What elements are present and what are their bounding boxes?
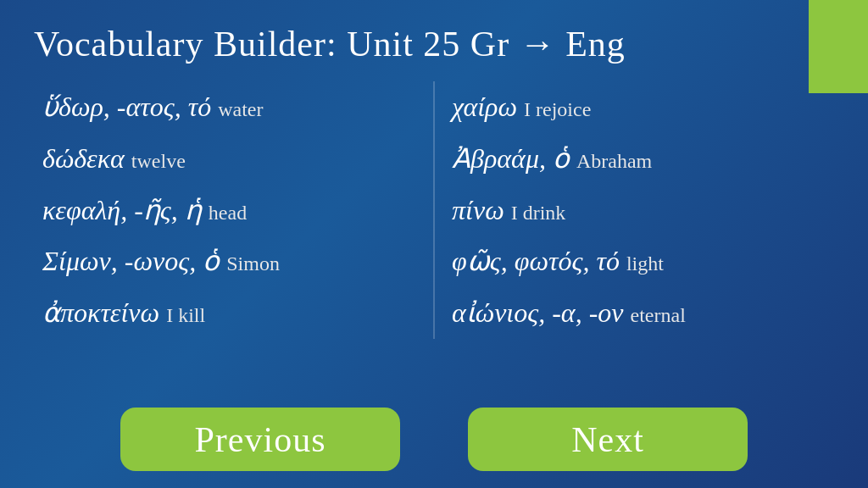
english-translation: I rejoice [524, 98, 591, 120]
english-translation: head [209, 202, 247, 224]
greek-text: χαίρω [452, 92, 517, 122]
list-item: πίνωI drink [452, 185, 826, 236]
list-item: ὕδωρ, -ατος, τόwater [42, 81, 416, 133]
left-column: ὕδωρ, -ατος, τόwaterδώδεκαtwelveκεφαλή, … [25, 81, 433, 339]
greek-text: Σίμων, -ωνος, ὁ [42, 246, 220, 276]
green-corner-decoration [809, 0, 868, 93]
header-title-text: Vocabulary Builder: Unit 25 Gr → Eng [34, 25, 626, 64]
list-item: αἰώνιος, -α, -ονeternal [452, 287, 826, 339]
list-item: κεφαλή, -ῆς, ἡhead [42, 185, 416, 236]
vocabulary-content: ὕδωρ, -ατος, τόwaterδώδεκαtwelveκεφαλή, … [0, 73, 868, 339]
greek-text: Ἀβραάμ, ὁ [452, 143, 570, 174]
english-translation: Abraham [576, 150, 652, 172]
english-translation: eternal [631, 304, 686, 326]
english-translation: twelve [131, 150, 186, 172]
navigation-buttons: Previous Next [0, 408, 868, 471]
greek-text: κεφαλή, -ῆς, ἡ [42, 195, 202, 225]
list-item: Σίμων, -ωνος, ὁSimon [42, 236, 416, 287]
english-translation: I drink [511, 202, 566, 224]
greek-text: δώδεκα [42, 143, 125, 174]
greek-text: αἰώνιος, -α, -ον [452, 297, 624, 328]
right-column: χαίρωI rejoiceἈβραάμ, ὁAbrahamπίνωI drin… [435, 81, 843, 339]
english-translation: water [218, 98, 263, 120]
english-translation: light [626, 252, 664, 274]
list-item: χαίρωI rejoice [452, 81, 826, 133]
list-item: ἀποκτείνωI kill [42, 287, 416, 339]
greek-text: ὕδωρ, -ατος, τό [42, 92, 211, 122]
english-translation: Simon [226, 252, 280, 274]
greek-text: φῶς, φωτός, τό [452, 246, 620, 276]
page-title: Vocabulary Builder: Unit 25 Gr → Eng [0, 0, 868, 73]
english-translation: I kill [166, 304, 205, 326]
greek-text: πίνω [452, 195, 504, 225]
list-item: δώδεκαtwelve [42, 133, 416, 185]
previous-button[interactable]: Previous [120, 408, 400, 471]
list-item: Ἀβραάμ, ὁAbraham [452, 133, 826, 185]
greek-text: ἀποκτείνω [42, 297, 159, 328]
list-item: φῶς, φωτός, τόlight [452, 236, 826, 287]
next-button[interactable]: Next [468, 408, 748, 471]
